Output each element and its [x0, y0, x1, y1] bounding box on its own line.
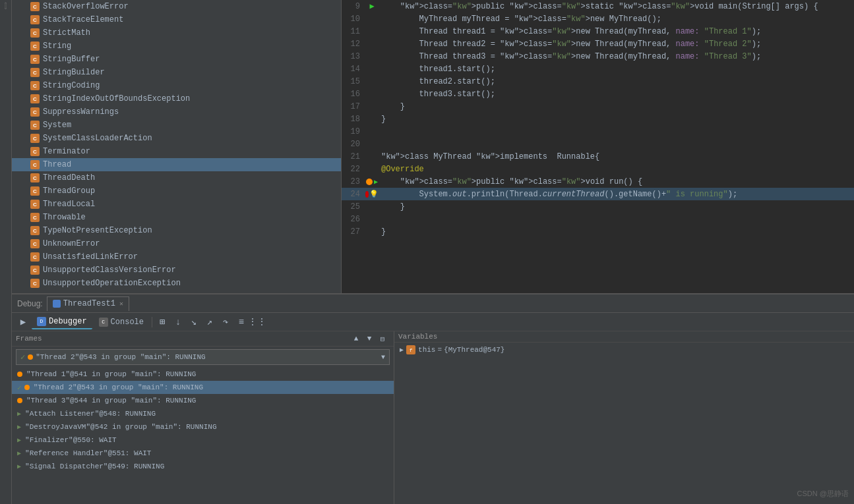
class-item-unsatisfiedlinkerror[interactable]: CUnsatisfiedLinkError [12, 250, 341, 264]
frame-item-0[interactable]: "Thread 1"@541 in group "main": RUNNING [12, 368, 394, 381]
class-item-stringindexoutofboundsexception[interactable]: CStringIndexOutOfBoundsException [12, 92, 341, 105]
code-line-15: 15 thread2.start(); [342, 75, 854, 88]
line-number: 10 [342, 14, 365, 24]
step-out-btn[interactable]: ↗ [202, 315, 217, 329]
console-tab[interactable]: C Console [94, 315, 149, 329]
frame-dot-icon [24, 385, 30, 390]
frame-item-7[interactable]: ▶"Signal Dispatcher"@549: RUNNING [12, 460, 394, 473]
class-item-unsupportedoperationexception[interactable]: CUnsupportedOperationException [12, 277, 341, 290]
frames-list: "Thread 1"@541 in group "main": RUNNING✓… [12, 368, 394, 504]
debug-tab-label: ThreadTest1 [63, 299, 115, 308]
frames-panel: Frames ▲ ▼ ⊟ ✓ "Thread 2"@543 in group "… [12, 331, 394, 504]
svg-text:C: C [33, 254, 37, 260]
frame-label: "DestroyJavaVM"@542 in group "main": RUN… [25, 423, 216, 431]
step-over-btn[interactable]: ↓ [171, 315, 185, 329]
class-label: ThreadDeath [43, 173, 95, 182]
class-item-threadgroup[interactable]: CThreadGroup [12, 184, 341, 198]
class-item-terminator[interactable]: CTerminator [12, 145, 341, 158]
class-icon: C [30, 15, 40, 24]
class-item-unknownerror[interactable]: CUnknownError [12, 237, 341, 250]
line-number: 18 [342, 115, 365, 124]
frame-label: "Signal Dispatcher"@549: RUNNING [25, 462, 164, 470]
resume-btn[interactable]: ▶ [16, 315, 30, 329]
line-number: 13 [342, 52, 365, 61]
frame-dot-icon [17, 398, 22, 403]
class-item-stringcoding[interactable]: CStringCoding [12, 79, 341, 92]
frame-item-1[interactable]: ✓"Thread 2"@543 in group "main": RUNNING [12, 381, 394, 394]
class-item-suppresswarnings[interactable]: CSuppressWarnings [12, 105, 341, 119]
svg-text:C: C [33, 96, 37, 102]
class-item-string[interactable]: CString [12, 40, 341, 53]
trace-current-stream-chain-btn[interactable]: ⋮⋮ [250, 315, 264, 329]
class-item-threadlocal[interactable]: CThreadLocal [12, 198, 341, 211]
frame-item-6[interactable]: ▶"Reference Handler"@551: WAIT [12, 447, 394, 460]
class-item-thread[interactable]: CThread [12, 158, 341, 171]
class-list-panel: CStackOverflowErrorCStackTraceElementCSt… [12, 0, 342, 293]
debug-tabbar: Debug: ThreadTest1 ✕ [12, 294, 854, 313]
svg-text:C: C [33, 123, 37, 128]
frames-up-btn[interactable]: ▲ [350, 333, 362, 345]
class-item-system[interactable]: CSystem [12, 119, 341, 132]
class-label: StrictMath [43, 28, 90, 38]
code-line-23: 23▶ "kw">class="kw">public "kw">class="k… [342, 175, 854, 188]
code-line-20: 20 [342, 138, 854, 150]
class-label: SuppressWarnings [43, 107, 119, 117]
watermark: CSDN @思静语 [797, 489, 849, 499]
debug-tab-threadtest1[interactable]: ThreadTest1 ✕ [47, 296, 129, 311]
svg-text:C: C [33, 175, 37, 181]
line-gutter: ▶ [365, 1, 379, 11]
class-item-stringbuffer[interactable]: CStringBuffer [12, 53, 341, 66]
debug-label: Debug: [17, 299, 43, 308]
svg-text:C: C [33, 83, 37, 89]
class-item-threaddeath[interactable]: CThreadDeath [12, 171, 341, 184]
svg-text:C: C [33, 228, 37, 234]
frame-item-5[interactable]: ▶"Finalizer"@550: WAIT [12, 434, 394, 447]
class-icon: C [30, 239, 40, 248]
class-item-systemclassloaderaction[interactable]: CSystemClassLoaderAction [12, 132, 341, 145]
class-item-typenotpresentexception[interactable]: CTypeNotPresentException [12, 224, 341, 237]
frames-down-btn[interactable]: ▼ [363, 333, 375, 345]
class-item-throwable[interactable]: CThrowable [12, 211, 341, 224]
variable-this[interactable]: ▶ f this = {MyThread@547} [394, 343, 854, 356]
frame-item-2[interactable]: "Thread 3"@544 in group "main": RUNNING [12, 394, 394, 407]
step-into-btn[interactable]: ↘ [187, 315, 201, 329]
line-content: thread1.start(); [379, 65, 854, 74]
thread-dropdown[interactable]: ✓ "Thread 2"@543 in group "main": RUNNIN… [16, 349, 390, 365]
code-line-14: 14 thread1.start(); [342, 63, 854, 75]
frames-filter-btn[interactable]: ⊟ [377, 333, 388, 345]
frame-play-icon: ▶ [17, 423, 21, 431]
class-item-stacktraceelement[interactable]: CStackTraceElement [12, 13, 341, 26]
svg-text:C: C [33, 281, 37, 287]
class-item-unsupportedclassversionerror[interactable]: CUnsupportedClassVersionError [12, 264, 341, 277]
debug-panel: Debug: ThreadTest1 ✕ ▶ D Debugger C Cons… [12, 293, 854, 504]
evaluate-btn[interactable]: ≡ [234, 315, 249, 329]
class-icon: C [30, 81, 40, 90]
class-item-strictmath[interactable]: CStrictMath [12, 26, 341, 40]
class-label: String [43, 42, 71, 51]
debug-tab-close-icon[interactable]: ✕ [119, 300, 123, 308]
class-item-stringbuilder[interactable]: CStringBuilder [12, 66, 341, 79]
class-label: ThreadGroup [43, 186, 95, 196]
line-content: } [379, 202, 854, 211]
var-name: this [418, 346, 435, 354]
var-value: {MyThread@547} [444, 346, 504, 354]
show-execution-point-btn[interactable]: ⊞ [155, 315, 169, 329]
class-icon: C [30, 107, 40, 117]
class-icon: C [30, 226, 40, 235]
debugger-tab[interactable]: D Debugger [32, 315, 92, 329]
sidebar-arrow-icon: ⟺ [3, 2, 9, 9]
code-line-11: 11 Thread thread1 = "kw">class="kw">new … [342, 25, 854, 38]
class-icon: C [30, 121, 40, 130]
debug-tab-icon [53, 300, 61, 308]
line-number: 26 [342, 215, 365, 224]
run-to-cursor-btn[interactable]: ↷ [218, 315, 233, 329]
class-icon: C [30, 94, 40, 103]
class-icon: C [30, 42, 40, 51]
frame-item-3[interactable]: ▶"Attach Listener"@548: RUNNING [12, 407, 394, 420]
frame-label: "Reference Handler"@551: WAIT [25, 449, 151, 457]
class-label: StackOverflowError [43, 2, 129, 11]
class-item-stackoverflowerror[interactable]: CStackOverflowError [12, 0, 341, 13]
var-expand-icon: ▶ [400, 346, 404, 354]
frame-item-4[interactable]: ▶"DestroyJavaVM"@542 in group "main": RU… [12, 420, 394, 434]
line-content: "kw">class="kw">public "kw">class="kw">s… [379, 2, 854, 11]
